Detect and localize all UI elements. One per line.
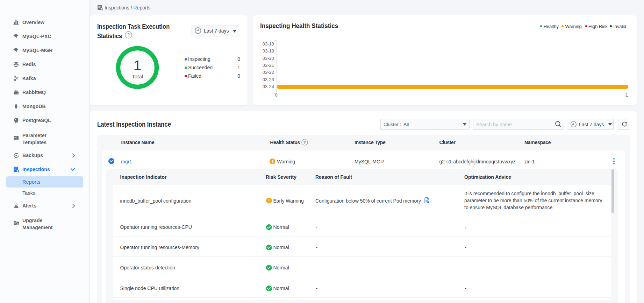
svg-text:?: ? xyxy=(303,140,306,145)
svg-text:?: ? xyxy=(127,33,130,37)
